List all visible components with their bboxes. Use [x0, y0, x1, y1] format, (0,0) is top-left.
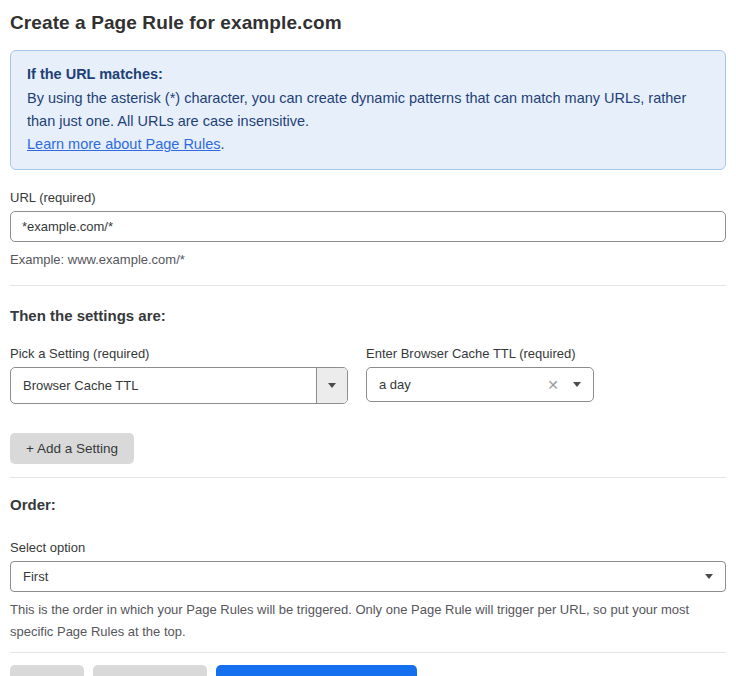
- pick-setting-label: Pick a Setting (required): [10, 346, 348, 361]
- footer-button-row: Cancel Save as Draft Save and Deploy Pag…: [10, 665, 726, 676]
- chevron-down-icon: [328, 383, 336, 388]
- clear-icon[interactable]: [547, 378, 559, 392]
- order-section-heading: Order:: [10, 496, 726, 513]
- url-matches-info-box: If the URL matches: By using the asteris…: [10, 50, 726, 170]
- ttl-label: Enter Browser Cache TTL (required): [366, 346, 594, 361]
- save-and-deploy-button[interactable]: Save and Deploy Page Rule: [216, 665, 418, 676]
- divider: [10, 477, 726, 478]
- divider: [10, 285, 726, 286]
- ttl-value: a day: [379, 377, 547, 392]
- add-setting-button[interactable]: + Add a Setting: [10, 433, 134, 464]
- chevron-down-icon: [705, 574, 713, 579]
- save-as-draft-button[interactable]: Save as Draft: [93, 665, 207, 676]
- order-select-value: First: [23, 569, 705, 584]
- divider: [10, 652, 726, 653]
- info-box-body: By using the asterisk (*) character, you…: [27, 87, 709, 133]
- order-helper-text: This is the order in which your Page Rul…: [10, 599, 726, 643]
- learn-more-link[interactable]: Learn more about Page Rules: [27, 136, 220, 152]
- settings-row: Pick a Setting (required) Browser Cache …: [10, 346, 726, 404]
- pick-setting-caret-button[interactable]: [316, 368, 347, 403]
- page-title: Create a Page Rule for example.com: [10, 12, 726, 34]
- info-box-heading: If the URL matches:: [27, 63, 709, 86]
- order-select[interactable]: First: [10, 561, 726, 592]
- url-helper-text: Example: www.example.com/*: [10, 249, 726, 271]
- url-field-label: URL (required): [10, 190, 726, 205]
- cancel-button[interactable]: Cancel: [10, 665, 84, 676]
- pick-setting-value: Browser Cache TTL: [11, 368, 316, 403]
- url-input[interactable]: [10, 211, 726, 242]
- link-suffix: .: [220, 136, 224, 152]
- order-select-label: Select option: [10, 540, 726, 555]
- chevron-down-icon: [573, 382, 581, 387]
- pick-setting-column: Pick a Setting (required) Browser Cache …: [10, 346, 348, 404]
- settings-section-heading: Then the settings are:: [10, 307, 726, 324]
- info-box-link-line: Learn more about Page Rules.: [27, 133, 709, 156]
- ttl-select[interactable]: a day: [366, 367, 594, 402]
- ttl-column: Enter Browser Cache TTL (required) a day: [366, 346, 594, 404]
- pick-setting-select[interactable]: Browser Cache TTL: [10, 367, 348, 404]
